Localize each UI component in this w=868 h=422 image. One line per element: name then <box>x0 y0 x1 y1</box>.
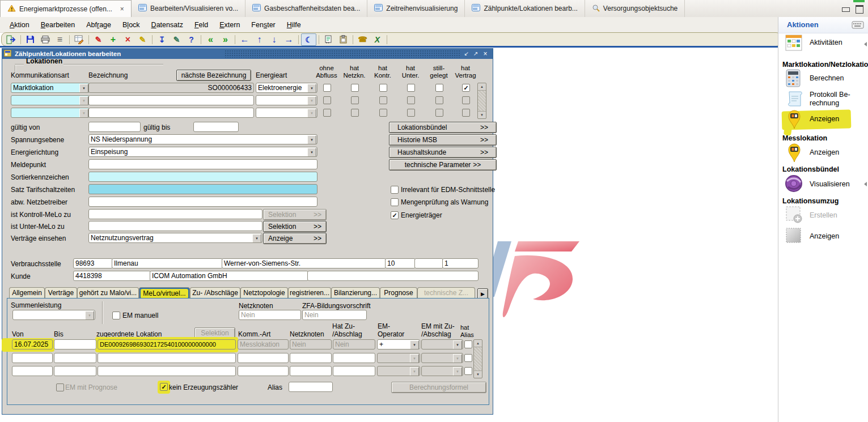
sidebar-item-anzeigen-lokationsumzug[interactable]: Anzeigen <box>778 227 868 250</box>
tab-gasbeschaffenheitsdaten[interactable]: Gasbeschaffenheitsdaten bea... <box>245 0 367 17</box>
plz-field[interactable]: 98693 <box>73 258 113 268</box>
ohne-abfluss-checkbox[interactable] <box>323 96 331 104</box>
lokationen-scrollbar[interactable]: ▲▼ <box>477 83 486 119</box>
tab-zu-abschlaege[interactable]: Zu- /Abschläge <box>190 287 240 299</box>
anzeige-button[interactable]: Anzeige>> <box>263 233 327 244</box>
update-record-icon[interactable]: ✎ <box>170 34 184 45</box>
close-icon[interactable]: × <box>481 50 489 58</box>
selektion-unter-button[interactable]: Selektion>> <box>263 221 327 232</box>
chevron-down-icon[interactable]: ▼ <box>307 148 316 157</box>
tab-bilanzierung[interactable]: Bilanzierung... <box>331 287 380 299</box>
help-icon[interactable]: ? <box>184 34 198 45</box>
delete-record-icon[interactable]: × <box>121 34 135 45</box>
maximize-icon[interactable] <box>856 5 863 14</box>
kein-erzeugungszaehler-checkbox[interactable]: ✓ <box>160 383 168 391</box>
sortierkennzeichen-field[interactable] <box>88 172 317 182</box>
haushaltskunde-button[interactable]: Haushaltskunde>> <box>389 147 497 158</box>
sidebar-item-anzeigen-marktlokation[interactable]: Anzeigen <box>778 109 868 134</box>
em-mit-zu-select[interactable]: ▼ <box>421 339 463 349</box>
hat-netzkn-checkbox[interactable] <box>351 109 359 117</box>
bis-cell[interactable] <box>54 339 96 349</box>
von-cell[interactable] <box>12 353 53 363</box>
zugeordnete-lokation-cell[interactable]: DE0009269869302172540100000000000 <box>98 339 236 349</box>
bezeichnung-field[interactable] <box>88 95 254 105</box>
next-record-icon[interactable]: ↓ <box>267 34 281 45</box>
meldepunkt-field[interactable] <box>88 159 317 169</box>
mengenpruefung-checkbox[interactable] <box>391 198 399 206</box>
irrelevant-edm-checkbox[interactable] <box>391 186 399 194</box>
keyboard-icon[interactable] <box>852 20 864 31</box>
historie-msb-button[interactable]: Historie MSB>> <box>389 134 497 146</box>
previous-record-icon[interactable]: ↑ <box>252 34 266 45</box>
energietraeger-checkbox[interactable]: ✓ <box>391 211 399 219</box>
tab-versorgungsobjektsuche[interactable]: Versorgungsobjektsuche <box>585 0 685 17</box>
chevron-down-icon[interactable]: ▼ <box>453 340 462 349</box>
lokationsbuendel-button[interactable]: Lokationsbündel>> <box>389 122 497 133</box>
print-icon[interactable] <box>38 34 52 45</box>
energieart-select[interactable]: ▼ <box>256 95 317 105</box>
em-operator-select[interactable]: +▼ <box>377 339 420 349</box>
chevron-down-icon[interactable]: ▼ <box>410 340 419 349</box>
hat-vertrag-checkbox[interactable] <box>462 109 470 117</box>
support-call-icon[interactable]: ☎ <box>355 34 370 45</box>
ist-unter-melo-field[interactable] <box>88 221 262 231</box>
tab-registrieren[interactable]: registrieren... <box>288 287 331 299</box>
insert-record-icon[interactable]: + <box>106 34 120 45</box>
kommunikationsart-select[interactable]: Marktlokation▼ <box>11 83 90 93</box>
menu-datensatz[interactable]: Datensatz <box>146 19 188 31</box>
tab-gehoert-zu-malo[interactable]: gehört zu Malo/vi... <box>77 287 139 299</box>
window-titlebar[interactable]: Zählpunkte/Lokationen bearbeiten ↙ ↗ × <box>2 49 493 59</box>
hat-alias-checkbox[interactable] <box>464 354 472 362</box>
scrollbar-track[interactable] <box>478 91 486 111</box>
gueltig-von-field[interactable] <box>88 122 141 132</box>
summenleistung-select[interactable]: ▼ <box>12 310 95 320</box>
netzknoten-cell[interactable] <box>290 366 332 376</box>
em-mit-zu-select[interactable]: ▼ <box>421 366 463 376</box>
bis-cell[interactable] <box>54 353 96 363</box>
strasse-field[interactable]: Werner-von-Siemens-Str. <box>222 258 386 268</box>
menu-bearbeiten[interactable]: Bearbeiten <box>36 19 80 31</box>
hat-netzkn-checkbox[interactable] <box>351 96 359 104</box>
menu-extern[interactable]: Extern <box>214 19 245 31</box>
ohne-abfluss-checkbox[interactable] <box>323 109 331 117</box>
scroll-up-icon[interactable]: ▲ <box>478 83 486 91</box>
hausnummer-field[interactable]: 10 <box>385 258 416 268</box>
kundenname-field[interactable]: ICOM Automation GmbH <box>150 271 308 281</box>
zugeordnete-lokation-cell[interactable] <box>98 366 236 376</box>
em-mit-zu-select[interactable]: ▼ <box>421 353 463 363</box>
chevron-down-icon[interactable]: ▼ <box>79 84 88 93</box>
scrollbar-track[interactable] <box>474 347 482 370</box>
em-operator-select[interactable]: ▼ <box>377 353 420 363</box>
hat-alias-checkbox[interactable] <box>464 340 472 348</box>
window-toggle-icon[interactable]: ☾ <box>301 33 316 46</box>
tab-zaehlpunkte-lokationen[interactable]: Zählpunkte/Lokationen bearb... <box>465 0 585 17</box>
save-icon[interactable] <box>23 34 37 45</box>
hat-unter-checkbox[interactable] <box>407 96 415 104</box>
hat-netzkn-checkbox[interactable] <box>351 84 359 92</box>
stillgelegt-checkbox[interactable] <box>435 96 443 104</box>
table-scrollbar[interactable]: ▲▼ <box>473 339 482 378</box>
komm-art-cell[interactable] <box>238 353 289 363</box>
scroll-right-icon[interactable]: → <box>282 34 296 45</box>
vertraege-einsehen-select[interactable]: Netznutzungsvertrag▼ <box>88 233 262 243</box>
wohnungsnummer-field[interactable]: 1 <box>442 258 479 268</box>
scroll-down-icon[interactable]: ▼ <box>474 370 482 378</box>
next-block-icon[interactable]: » <box>218 34 232 45</box>
energierichtung-select[interactable]: Einspeisung▼ <box>88 147 317 157</box>
tab-vertraege[interactable]: Verträge <box>45 287 77 299</box>
fetch-next-icon[interactable]: ↧ <box>155 34 169 45</box>
gueltig-bis-field[interactable] <box>193 122 239 132</box>
von-cell[interactable]: 16.07.2025 <box>12 339 53 349</box>
zugeordnete-lokation-cell[interactable] <box>98 353 236 363</box>
hat-kontr-checkbox[interactable] <box>379 109 387 117</box>
chevron-down-icon[interactable]: ▼ <box>307 135 316 144</box>
zusatz-field[interactable] <box>414 258 443 268</box>
naechste-bezeichnung-button[interactable]: nächste Bezeichnung <box>176 70 251 81</box>
kommunikationsart-select[interactable]: ▼ <box>11 108 90 118</box>
energieart-select[interactable]: Elektroenergie▼ <box>256 83 317 93</box>
cancel-query-icon[interactable]: ✎ <box>136 34 150 45</box>
previous-block-icon[interactable]: « <box>204 34 218 45</box>
ort-field[interactable]: Ilmenau <box>112 258 223 268</box>
alias-field[interactable] <box>289 382 333 392</box>
tab-melo-virtuell[interactable]: MeLo/virtuel... <box>139 287 190 299</box>
